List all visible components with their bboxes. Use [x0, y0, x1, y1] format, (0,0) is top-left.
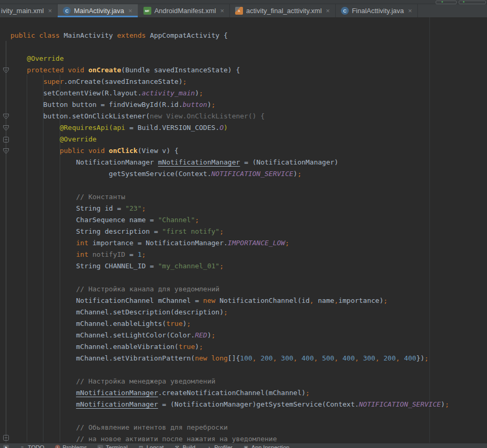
run-config-button[interactable]: [436, 1, 457, 4]
code-line: setContentView(R.layout.activity_main);: [10, 88, 449, 99]
logcat-icon: ▤: [138, 445, 144, 448]
tab-activity-final-acttivity-xml[interactable]: Aactivity_final_acttivity.xml×: [230, 4, 336, 17]
terminal-icon: >_: [97, 445, 103, 448]
code-line: CharSequence name = "Channel";: [10, 214, 449, 226]
problems-button[interactable]: !Problems: [55, 444, 87, 448]
code-line: [10, 410, 449, 422]
code-line: NotificationManager mNotificationManager…: [10, 157, 449, 168]
close-tab-icon[interactable]: ×: [128, 7, 132, 15]
run-icon: [441, 1, 443, 3]
todo-icon: ≡: [19, 445, 25, 448]
fold-structure-line: [6, 41, 6, 443]
tool-window-label: Terminal: [106, 444, 128, 448]
java-class-icon: C: [63, 7, 71, 15]
fold-collapse-icon[interactable]: [3, 125, 9, 132]
code-line: mNotificationManager = (NotificationMana…: [10, 399, 449, 410]
tab-finalacttivity-java[interactable]: CFinalActtivity.java×: [336, 4, 418, 17]
terminal-button[interactable]: >_Terminal: [97, 444, 128, 448]
code-line: getSystemService(Context.NOTIFICATION_SE…: [10, 168, 449, 180]
code-line: [10, 180, 449, 191]
tool-window-bar: ⚑ ≡TODO!Problems>_Terminal▤Logcat⚒Build◔…: [0, 443, 487, 448]
code-line: NotificationChannel mChannel = new Notif…: [10, 295, 449, 307]
editor-tab-bar: ivity_main.xml×CMainActivity.java×MFAndr…: [0, 4, 487, 18]
code-line: protected void onCreate(Bundle savedInst…: [10, 64, 449, 76]
code-line: public void onClick(View v) {: [10, 145, 449, 157]
tool-window-label: Logcat: [147, 444, 164, 448]
code-line: super.onCreate(savedInstanceState);: [10, 76, 449, 88]
code-line: [10, 364, 449, 376]
fold-collapse-icon[interactable]: [3, 113, 9, 120]
tab-label: MainActivity.java: [74, 7, 124, 15]
code-line: mNotificationManager.createNotificationC…: [10, 387, 449, 399]
code-line: @RequiresApi(api = Build.VERSION_CODES.O…: [10, 122, 449, 134]
fold-region-icon[interactable]: [3, 136, 9, 143]
code-line: String description = "first notify";: [10, 226, 449, 237]
code-line: // Обьявление интентов для переброски: [10, 422, 449, 433]
fold-collapse-icon[interactable]: [3, 148, 9, 155]
code-line: mChannel.enableVibration(true);: [10, 341, 449, 353]
code-line: String CHANNEL_ID = "my_channel_01";: [10, 260, 449, 272]
tab-label: activity_final_acttivity.xml: [246, 7, 322, 15]
code-line: public class MainActivity extends AppCom…: [10, 30, 449, 41]
code-line: // Настройка менеджера уведомлений: [10, 376, 449, 387]
fold-collapse-icon[interactable]: [3, 67, 9, 74]
code-line: // Настройка канала для уведомлений: [10, 283, 449, 295]
tool-window-label: Problems: [63, 444, 87, 448]
close-tab-icon[interactable]: ×: [326, 7, 330, 15]
close-tab-icon[interactable]: ×: [48, 7, 52, 15]
android-studio-window: ivity_main.xml×CMainActivity.java×MFAndr…: [0, 0, 487, 448]
profiler-button[interactable]: ◔Profiler: [206, 444, 233, 448]
tab-activity-main-xml[interactable]: ivity_main.xml×: [0, 4, 58, 17]
logcat-button[interactable]: ▤Logcat: [138, 444, 164, 448]
code-line: [10, 272, 449, 283]
layout-xml-icon: A: [235, 7, 243, 15]
code-line: String id = "23";: [10, 203, 449, 214]
fold-region-icon[interactable]: [3, 434, 9, 441]
app-inspection-button[interactable]: ▣App Inspection: [243, 444, 290, 448]
close-tab-icon[interactable]: ×: [220, 7, 224, 15]
build-icon: ⚒: [174, 445, 180, 448]
todo-button[interactable]: ≡TODO: [19, 444, 45, 448]
code-line: @Override: [10, 134, 449, 145]
tool-window-label: TODO: [28, 444, 45, 448]
build-button[interactable]: ⚒Build: [174, 444, 195, 448]
app-inspection-icon: ▣: [243, 445, 249, 448]
code-line: int notifyID = 1;: [10, 249, 449, 260]
code-line: int importance = NotificationManager.IMP…: [10, 237, 449, 249]
manifest-file-icon: MF: [143, 7, 151, 15]
code-line: mChannel.enableLights(true);: [10, 318, 449, 330]
tool-window-label: Profiler: [214, 444, 233, 448]
code-line: // на новое активити после нажатия на ув…: [10, 433, 449, 443]
code-line: button.setOnClickListener(new View.OnCli…: [10, 111, 449, 122]
code-line: mChannel.setDescription(description);: [10, 307, 449, 318]
code-line: Button button = findViewById(R.id.button…: [10, 99, 449, 111]
tab-label: ivity_main.xml: [1, 7, 44, 15]
tool-window-label: Build: [183, 444, 195, 448]
code-line: // Константы: [10, 191, 449, 203]
problems-icon: !: [55, 445, 60, 448]
java-class-icon: C: [341, 7, 349, 15]
bookmark-icon[interactable]: ⚑: [3, 445, 9, 448]
code-line: mChannel.setVibrationPattern(new long[]{…: [10, 353, 449, 364]
tab-androidmanifest-xml[interactable]: MFAndroidManifest.xml×: [138, 4, 230, 17]
tab-label: AndroidManifest.xml: [154, 7, 216, 15]
code-line: mChannel.setLightColor(Color.RED);: [10, 330, 449, 341]
code-line: [10, 41, 449, 53]
profiler-icon: ◔: [206, 445, 212, 448]
tab-label: FinalActtivity.java: [352, 7, 404, 15]
device-online-icon: [463, 1, 464, 3]
code-text: public class MainActivity extends AppCom…: [10, 30, 449, 443]
tool-window-label: App Inspection: [251, 444, 290, 448]
close-tab-icon[interactable]: ×: [408, 7, 412, 15]
code-editor[interactable]: public class MainActivity extends AppCom…: [0, 17, 487, 443]
code-line: @Override: [10, 53, 449, 64]
tab-mainactivity-java[interactable]: CMainActivity.java×: [58, 4, 138, 17]
toolbar-strip: [0, 0, 487, 4]
